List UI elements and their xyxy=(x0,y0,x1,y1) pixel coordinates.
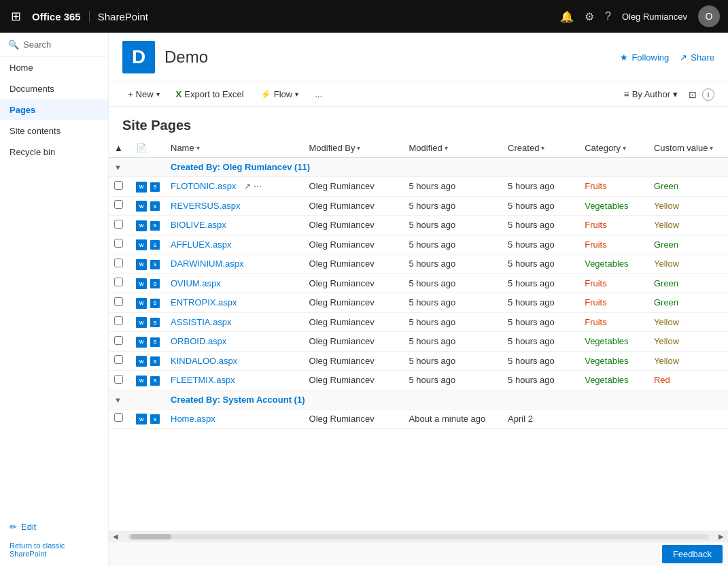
row-checkbox[interactable] xyxy=(114,375,123,384)
settings-icon[interactable]: ⚙ xyxy=(585,10,594,23)
row-checkbox-cell[interactable] xyxy=(109,235,131,254)
row-checkbox[interactable] xyxy=(114,278,123,286)
new-button[interactable]: + New ▾ xyxy=(122,86,165,102)
table-row[interactable]: W S AFFLUEX.aspx Oleg Rumiancev 5 hours … xyxy=(109,235,728,254)
row-name-cell[interactable]: AFFLUEX.aspx xyxy=(165,235,304,254)
row-name[interactable]: ORBOID.aspx xyxy=(171,336,226,346)
row-name-cell[interactable]: ASSISTIA.aspx xyxy=(165,312,304,332)
th-created[interactable]: Created ▾ xyxy=(502,139,579,158)
row-name-cell[interactable]: FLEETMIX.aspx xyxy=(165,371,304,390)
share-button[interactable]: ↗ Share xyxy=(680,52,714,63)
scroll-thumb[interactable] xyxy=(131,534,171,539)
by-author-button[interactable]: ≡ By Author ▾ xyxy=(619,86,683,102)
th-check[interactable]: ▲ xyxy=(109,139,131,158)
search-box[interactable]: 🔍 Search xyxy=(0,33,108,57)
row-checkbox-cell[interactable] xyxy=(109,177,131,197)
row-checkbox-cell[interactable] xyxy=(109,312,131,332)
row-checkbox-cell[interactable] xyxy=(109,371,131,390)
table-row[interactable]: W S REVERSUS.aspx Oleg Rumiancev 5 hours… xyxy=(109,196,728,216)
scroll-left-arrow[interactable]: ◀ xyxy=(109,533,122,540)
row-checkbox[interactable] xyxy=(114,259,123,267)
row-checkbox[interactable] xyxy=(114,336,123,345)
row-checkbox[interactable] xyxy=(114,181,123,190)
return-classic-link[interactable]: Return to classic SharePoint xyxy=(0,539,108,566)
row-name[interactable]: BIOLIVE.aspx xyxy=(171,220,226,230)
row-checkbox-cell[interactable] xyxy=(109,273,131,293)
row-name-cell[interactable]: ORBOID.aspx xyxy=(165,332,304,352)
row-checkbox-cell[interactable] xyxy=(109,196,131,216)
row-checkbox[interactable] xyxy=(114,297,123,306)
row-name[interactable]: FLEETMIX.aspx xyxy=(171,375,235,385)
th-name[interactable]: Name ▾ xyxy=(165,139,304,158)
row-checkbox[interactable] xyxy=(114,316,123,325)
row-name[interactable]: REVERSUS.aspx xyxy=(171,201,241,211)
table-row[interactable]: W S OVIUM.aspx Oleg Rumiancev 5 hours ag… xyxy=(109,273,728,293)
open-icon[interactable]: ↗ xyxy=(244,182,251,191)
row-name[interactable]: DARWINIUM.aspx xyxy=(171,259,243,269)
row-name-cell[interactable]: Home.aspx xyxy=(165,409,304,429)
row-name[interactable]: FLOTONIC.aspx xyxy=(171,181,237,191)
row-name-cell[interactable]: ENTROPIX.aspx xyxy=(165,293,304,313)
table-row[interactable]: W S ORBOID.aspx Oleg Rumiancev 5 hours a… xyxy=(109,332,728,352)
table-row[interactable]: W S FLEETMIX.aspx Oleg Rumiancev 5 hours… xyxy=(109,371,728,390)
scroll-right-arrow[interactable]: ▶ xyxy=(714,533,728,540)
table-row[interactable]: W S ENTROPIX.aspx Oleg Rumiancev 5 hours… xyxy=(109,293,728,313)
row-checkbox[interactable] xyxy=(114,220,123,229)
export-to-excel-button[interactable]: X Export to Excel xyxy=(171,86,249,102)
help-icon[interactable]: ? xyxy=(605,10,611,22)
table-row[interactable]: W S DARWINIUM.aspx Oleg Rumiancev 5 hour… xyxy=(109,254,728,274)
th-modified-by[interactable]: Modified By ▾ xyxy=(304,139,404,158)
table-row[interactable]: W S BIOLIVE.aspx Oleg Rumiancev 5 hours … xyxy=(109,216,728,235)
more-button[interactable]: ... xyxy=(309,86,328,102)
th-modified[interactable]: Modified ▾ xyxy=(404,139,503,158)
row-name[interactable]: AFFLUEX.aspx xyxy=(171,239,232,250)
th-category[interactable]: Category ▾ xyxy=(579,139,648,158)
row-name[interactable]: OVIUM.aspx xyxy=(171,278,221,288)
row-checkbox-cell[interactable] xyxy=(109,332,131,352)
horizontal-scrollbar[interactable]: ◀ ▶ xyxy=(109,531,728,542)
row-checkbox-cell[interactable] xyxy=(109,351,131,371)
group-row[interactable]: ▼ Created By: System Account (1) xyxy=(109,390,728,409)
row-checkbox-cell[interactable] xyxy=(109,216,131,235)
sidebar-item-site-contents[interactable]: Site contents xyxy=(0,120,108,142)
sidebar-item-home[interactable]: Home xyxy=(0,57,108,78)
row-name-cell[interactable]: BIOLIVE.aspx xyxy=(165,216,304,235)
notification-icon[interactable]: 🔔 xyxy=(560,10,574,23)
sidebar-item-pages[interactable]: Pages xyxy=(0,99,108,120)
group-collapse-cell[interactable]: ▼ xyxy=(109,390,165,409)
row-checkbox-cell[interactable] xyxy=(109,293,131,313)
filter-icon[interactable]: ⊡ xyxy=(689,89,697,100)
edit-button[interactable]: ✏ Edit xyxy=(10,522,99,532)
row-name-cell[interactable]: REVERSUS.aspx xyxy=(165,196,304,216)
waffle-icon[interactable]: ⊞ xyxy=(8,6,24,27)
table-row[interactable]: W S ASSISTIA.aspx Oleg Rumiancev 5 hours… xyxy=(109,312,728,332)
row-name-cell[interactable]: KINDALOO.aspx xyxy=(165,351,304,371)
row-more-icon[interactable]: ⋯ xyxy=(254,182,262,191)
row-name[interactable]: ENTROPIX.aspx xyxy=(171,297,237,307)
row-name[interactable]: Home.aspx xyxy=(171,414,215,424)
info-icon[interactable]: i xyxy=(702,88,714,101)
row-checkbox[interactable] xyxy=(114,239,123,248)
row-name-cell[interactable]: DARWINIUM.aspx xyxy=(165,254,304,274)
row-checkbox-cell[interactable] xyxy=(109,254,131,274)
scroll-track[interactable] xyxy=(128,534,709,539)
row-checkbox[interactable] xyxy=(114,200,123,209)
sidebar-item-documents[interactable]: Documents xyxy=(0,78,108,99)
group-collapse-cell[interactable]: ▼ xyxy=(109,158,165,177)
row-name-cell[interactable]: OVIUM.aspx xyxy=(165,273,304,293)
row-name[interactable]: KINDALOO.aspx xyxy=(171,356,237,366)
row-checkbox[interactable] xyxy=(114,413,123,422)
table-row[interactable]: W S KINDALOO.aspx Oleg Rumiancev 5 hours… xyxy=(109,351,728,371)
table-row[interactable]: W S FLOTONIC.aspx ↗ ⋯ Oleg Rumiancev 5 h… xyxy=(109,177,728,197)
flow-button[interactable]: ⚡ Flow ▾ xyxy=(255,86,304,102)
row-name-cell[interactable]: FLOTONIC.aspx ↗ ⋯ xyxy=(165,177,304,197)
group-row[interactable]: ▼ Created By: Oleg Rumiancev (11) xyxy=(109,158,728,177)
user-avatar[interactable]: O xyxy=(698,5,720,27)
feedback-button[interactable]: Feedback xyxy=(662,545,723,563)
row-name[interactable]: ASSISTIA.aspx xyxy=(171,317,232,327)
list-scroll[interactable]: Site Pages ▲ 📄 Name xyxy=(109,107,728,531)
row-checkbox[interactable] xyxy=(114,355,123,364)
th-custom-value[interactable]: Custom value ▾ xyxy=(648,139,728,158)
table-row[interactable]: W S Home.aspx Oleg Rumiancev About a min… xyxy=(109,409,728,429)
sidebar-item-recycle-bin[interactable]: Recycle bin xyxy=(0,142,108,163)
